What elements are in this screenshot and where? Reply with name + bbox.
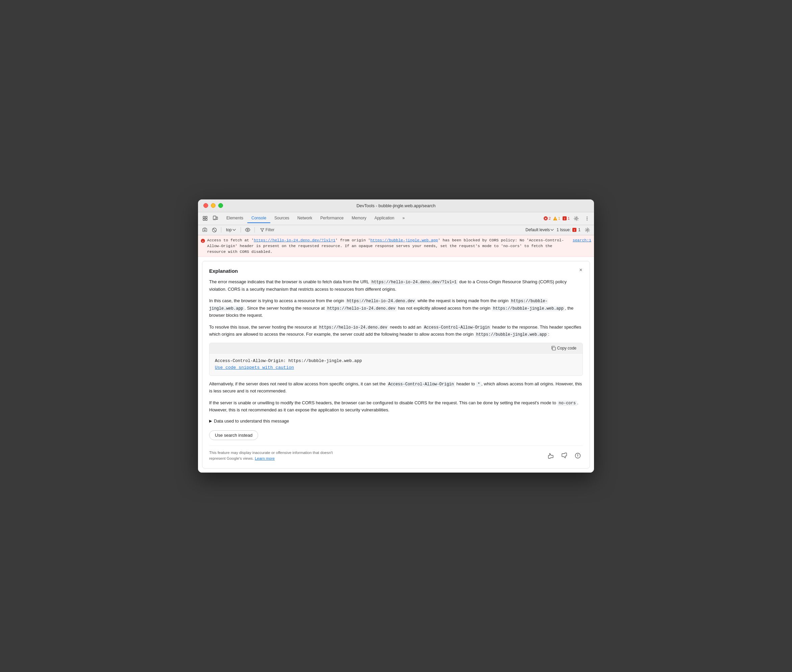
svg-point-15	[586, 218, 587, 219]
explanation-panel: Explanation × The error message indicate…	[202, 261, 590, 469]
svg-point-14	[586, 217, 587, 218]
devtools-tabs: Elements Console Sources Network Perform…	[198, 212, 594, 225]
tab-performance[interactable]: Performance	[316, 214, 348, 223]
explanation-para1: The error message indicates that the bro…	[209, 278, 583, 293]
inspect-icon[interactable]	[201, 214, 209, 223]
thumbs-up-button[interactable]	[546, 451, 556, 461]
tab-application[interactable]: Application	[370, 214, 398, 223]
minimize-button[interactable]	[211, 203, 216, 208]
para3-code2: Access-Control-Allow-Origin	[423, 325, 491, 330]
tab-console[interactable]: Console	[248, 214, 270, 223]
svg-text:✕: ✕	[544, 217, 547, 221]
filter-area[interactable]: Filter	[257, 227, 278, 233]
explanation-para5: If the server is unable or unwilling to …	[209, 400, 583, 414]
use-code-caution-link[interactable]: Use code snippets with caution	[215, 365, 294, 370]
explanation-close-button[interactable]: ×	[577, 266, 585, 274]
tab-memory[interactable]: Memory	[348, 214, 370, 223]
eye-icon[interactable]	[244, 226, 252, 234]
para5-code1: no-cors	[557, 400, 577, 406]
para2-origin1: https://hello-io-24.deno.dev	[345, 299, 416, 304]
svg-rect-29	[552, 347, 556, 350]
warn-badge: ! 1	[553, 216, 560, 221]
tab-icon-group	[201, 214, 220, 223]
tab-right-area: ✕ 2 ! 1 ! 1	[543, 214, 591, 223]
copy-code-button[interactable]: Copy code	[548, 345, 579, 351]
console-error-row: ✕ Access to fetch at 'https://hello-io-2…	[198, 235, 594, 257]
error-url1-link[interactable]: https://hello-io-24.deno.dev/?lvl=1	[254, 238, 335, 242]
thumbs-down-button[interactable]	[559, 451, 569, 461]
para2-origin4: https://bubble-jingle.web.app	[492, 306, 565, 311]
console-toolbar: top Filter Default levels	[198, 225, 594, 235]
tab-more[interactable]: »	[398, 214, 409, 223]
error-url2-link[interactable]: https://bubble-jingle.web.app	[370, 238, 438, 242]
explanation-para4: Alternatively, if the server does not ne…	[209, 381, 583, 395]
more-options-icon[interactable]	[583, 214, 591, 223]
footer-disclaimer: This feature may display inaccurate or o…	[209, 450, 337, 462]
maximize-button[interactable]	[218, 203, 223, 208]
svg-rect-2	[206, 216, 207, 218]
svg-point-26	[586, 229, 588, 231]
para1-url: https://hello-io-24.deno.dev/?lvl=1	[370, 280, 458, 285]
device-toolbar-icon[interactable]	[211, 214, 220, 223]
use-search-button[interactable]: Use search instead	[209, 430, 258, 440]
tab-network[interactable]: Network	[293, 214, 316, 223]
devtools-window: DevTools - bubble-jingle.web.app/search	[198, 200, 594, 473]
svg-point-16	[586, 220, 587, 221]
svg-rect-0	[203, 216, 205, 218]
separator-3	[254, 227, 255, 232]
triangle-icon: ▶	[209, 419, 212, 423]
error-circle-icon: ✕	[201, 238, 205, 255]
code-snippet: Access-Control-Allow-Origin: https://bub…	[209, 354, 583, 376]
explanation-title: Explanation	[209, 268, 583, 274]
svg-line-22	[213, 229, 216, 232]
flag-button[interactable]	[573, 451, 583, 461]
top-context-selector[interactable]: top	[224, 227, 238, 233]
explanation-para3: To resolve this issue, the server hostin…	[209, 324, 583, 338]
close-button[interactable]	[203, 203, 208, 208]
clear-console-button[interactable]	[201, 226, 209, 234]
traffic-lights	[203, 203, 223, 208]
code-block: Copy code Access-Control-Allow-Origin: h…	[209, 343, 583, 376]
titlebar: DevTools - bubble-jingle.web.app/search	[198, 200, 594, 212]
ban-icon[interactable]	[210, 226, 218, 234]
svg-rect-1	[203, 219, 205, 221]
separator-2	[241, 227, 241, 232]
explanation-para2: In this case, the browser is trying to a…	[209, 298, 583, 319]
feedback-icons	[546, 451, 583, 461]
default-levels-dropdown[interactable]: Default levels	[525, 227, 554, 232]
learn-more-link[interactable]: Learn more	[255, 456, 275, 461]
svg-text:!: !	[564, 217, 565, 221]
para2-origin3: https://hello-io-24.deno.dev	[326, 306, 397, 311]
svg-text:!: !	[554, 218, 556, 221]
svg-text:✕: ✕	[202, 240, 204, 243]
toolbar-right: Default levels 1 Issue: ! 1	[525, 226, 591, 234]
para3-code1: https://hello-io-24.deno.dev	[318, 325, 389, 330]
console-area: ✕ Access to fetch at 'https://hello-io-2…	[198, 235, 594, 473]
para4-code2: *	[476, 382, 481, 387]
separator-1	[221, 227, 221, 232]
tab-sources[interactable]: Sources	[270, 214, 293, 223]
para4-code1: Access-Control-Allow-Origin	[387, 382, 455, 387]
svg-rect-5	[216, 217, 217, 219]
svg-rect-3	[206, 219, 207, 221]
issue-count-badge: 1 Issue: ! 1	[557, 227, 581, 232]
window-title: DevTools - bubble-jingle.web.app/search	[356, 203, 436, 208]
para3-code3: https://bubble-jingle.web.app	[475, 332, 548, 338]
issue-badge: ! 1	[562, 216, 570, 221]
svg-text:!: !	[574, 229, 575, 232]
error-message: Access to fetch at 'https://hello-io-24.…	[207, 237, 571, 255]
explanation-footer: This feature may display inaccurate or o…	[209, 445, 583, 462]
console-settings-icon[interactable]	[583, 226, 591, 234]
code-block-header: Copy code	[209, 343, 583, 354]
settings-icon[interactable]	[572, 214, 581, 223]
error-source-link[interactable]: search:1	[573, 237, 591, 255]
tab-elements[interactable]: Elements	[222, 214, 248, 223]
svg-point-32	[578, 457, 578, 458]
error-badge: ✕ 2	[543, 216, 551, 221]
data-used-toggle[interactable]: ▶ Data used to understand this message	[209, 419, 583, 424]
svg-point-23	[247, 229, 248, 230]
svg-point-13	[575, 218, 577, 219]
